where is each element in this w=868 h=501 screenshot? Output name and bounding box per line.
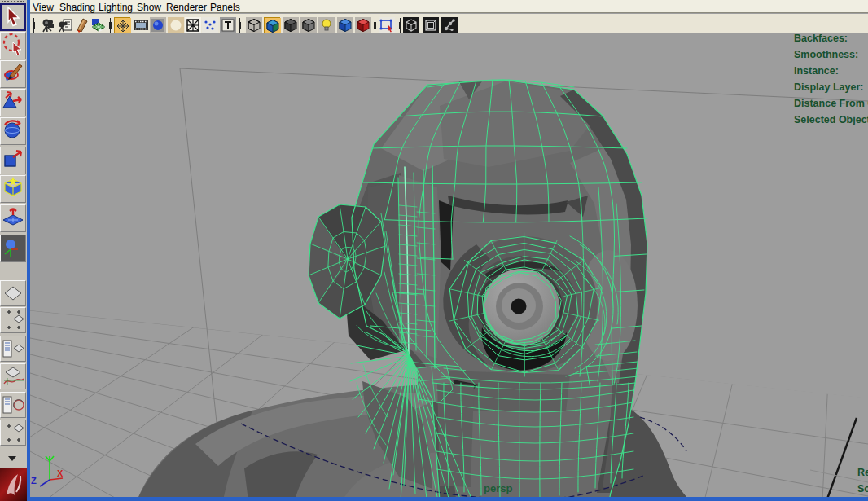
svg-text:Selected Objects:: Selected Objects:: [794, 114, 868, 125]
svg-text:X: X: [57, 468, 64, 478]
svg-text:Z: Z: [31, 476, 37, 486]
svg-text:Smoothness:: Smoothness:: [794, 49, 858, 60]
svg-text:Instance:: Instance:: [794, 65, 839, 77]
svg-text:Backfaces:: Backfaces:: [794, 33, 848, 44]
svg-text:Rend: Rend: [857, 467, 868, 478]
svg-text:Sour: Sour: [857, 483, 868, 494]
svg-text:Distance From Ca: Distance From Ca: [794, 98, 868, 109]
svg-text:persp: persp: [484, 482, 512, 494]
svg-text:Display Layer:: Display Layer:: [794, 81, 863, 93]
